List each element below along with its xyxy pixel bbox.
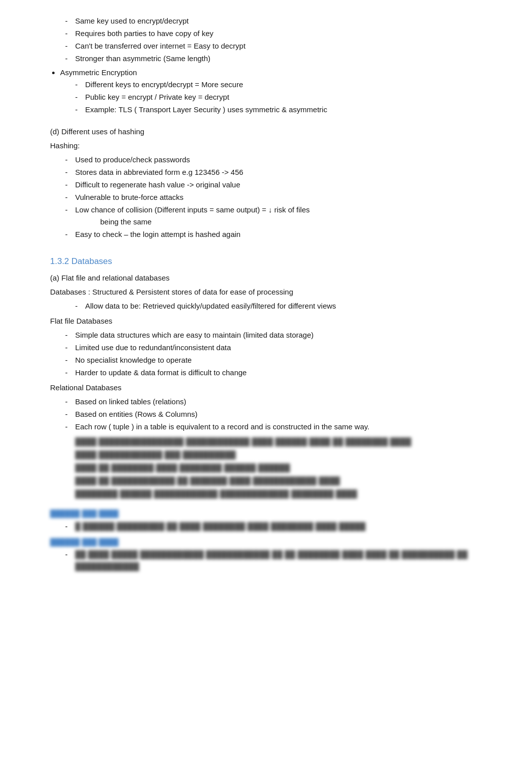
symmetric-item-4: Stronger than asymmetric (Same length) xyxy=(65,53,492,65)
hashing-item-1: Used to produce/check passwords xyxy=(65,154,492,166)
blurred-line-3: ████ ██ ████████ ████ ████████ ██████ ██… xyxy=(75,462,492,474)
section-a-header: (a) Flat file and relational databases xyxy=(50,272,492,284)
asymmetric-item-1: Different keys to encrypt/decrypt = More… xyxy=(75,79,492,91)
databases-allow-list: Allow data to be: Retrieved quickly/upda… xyxy=(75,300,492,312)
asymmetric-item-3: Example: TLS ( Transport Layer Security … xyxy=(75,104,492,116)
asymmetric-section: Asymmetric Encryption Different keys to … xyxy=(60,67,492,116)
symmetric-list: Same key used to encrypt/decrypt Require… xyxy=(65,15,492,65)
hashing-list: Used to produce/check passwords Stores d… xyxy=(65,154,492,240)
flat-file-label: Flat file Databases xyxy=(50,315,492,327)
flat-file-item-3: No specialist knowledge to operate xyxy=(65,354,492,366)
blurred-line-1: ████ ████████████████ ████████████ ████ … xyxy=(75,436,492,448)
blurred-section-label-2: ██████ ███ ████ xyxy=(50,537,492,548)
flat-file-item-1: Simple data structures which are easy to… xyxy=(65,329,492,341)
flat-file-item-4: Harder to update & data format is diffic… xyxy=(65,367,492,379)
asymmetric-header: Asymmetric Encryption Different keys to … xyxy=(60,67,492,116)
asymmetric-list: Different keys to encrypt/decrypt = More… xyxy=(75,79,492,116)
flat-file-list: Simple data structures which are easy to… xyxy=(65,329,492,379)
relational-item-2: Based on entities (Rows & Columns) xyxy=(65,408,492,420)
flat-file-item-2: Limited use due to redundant/inconsisten… xyxy=(65,342,492,354)
blurred-list-item-2: ██ ████ █████ ████████████ ████████████ … xyxy=(65,549,492,573)
symmetric-item-1: Same key used to encrypt/decrypt xyxy=(65,15,492,27)
hashing-label: Hashing: xyxy=(50,140,492,152)
blurred-subsection-2: ██████ ███ ████ ██ ████ █████ ██████████… xyxy=(50,537,492,573)
symmetric-item-3: Can't be transferred over internet = Eas… xyxy=(65,40,492,52)
hashing-continuation: being the same xyxy=(100,216,492,228)
blurred-list-2: ██ ████ █████ ████████████ ████████████ … xyxy=(65,549,492,573)
blurred-list-item-1: █ ██████ █████████ ██ ████ ████████ ████… xyxy=(65,520,492,533)
blurred-subsection-1: ██████ ███ ████ █ ██████ █████████ ██ ██… xyxy=(50,508,492,532)
blurred-section: ████ ████████████████ ████████████ ████ … xyxy=(75,436,492,500)
blurred-section-label-1: ██████ ███ ████ xyxy=(50,508,492,519)
hashing-item-6: Easy to check – the login attempt is has… xyxy=(65,228,492,240)
hashing-item-3: Difficult to regenerate hash value -> or… xyxy=(65,179,492,191)
symmetric-item-2: Requires both parties to have copy of ke… xyxy=(65,28,492,40)
blurred-line-2: ████ ████████████ ███ ██████████ xyxy=(75,449,492,461)
databases-intro: Databases : Structured & Persistent stor… xyxy=(50,286,492,298)
section-132-header: 1.3.2 Databases xyxy=(50,254,492,268)
asymmetric-item-2: Public key = encrypt / Private key = dec… xyxy=(75,91,492,103)
hashing-item-2: Stores data in abbreviated form e.g 1234… xyxy=(65,166,492,178)
blurred-line-5: ████████ ██████ ████████████ ███████████… xyxy=(75,488,492,500)
blurred-list-1: █ ██████ █████████ ██ ████ ████████ ████… xyxy=(65,520,492,533)
relational-item-3: Each row ( tuple ) in a table is equival… xyxy=(65,421,492,433)
hashing-item-4: Vulnerable to brute-force attacks xyxy=(65,191,492,203)
page-content: Same key used to encrypt/decrypt Require… xyxy=(50,15,492,573)
hashing-item-5: Low chance of collision (Different input… xyxy=(65,204,492,228)
databases-allow-item: Allow data to be: Retrieved quickly/upda… xyxy=(75,300,492,312)
relational-list: Based on linked tables (relations) Based… xyxy=(65,396,492,433)
section-d-header: (d) Different uses of hashing xyxy=(50,126,492,138)
relational-label: Relational Databases xyxy=(50,382,492,394)
blurred-line-4: ████ ██ ████████████ ██ ███████ ████ ███… xyxy=(75,475,492,487)
relational-item-1: Based on linked tables (relations) xyxy=(65,396,492,408)
